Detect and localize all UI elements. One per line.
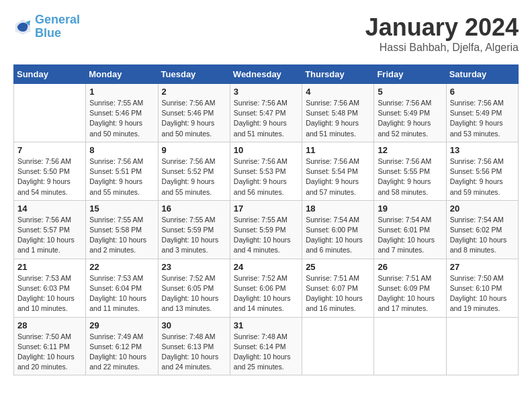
calendar-cell: 19Sunrise: 7:54 AMSunset: 6:01 PMDayligh… — [374, 200, 446, 259]
day-header-saturday: Saturday — [446, 65, 518, 84]
title-block: January 2024 Hassi Bahbah, Djelfa, Alger… — [365, 13, 519, 54]
calendar-cell: 22Sunrise: 7:53 AMSunset: 6:04 PMDayligh… — [86, 259, 158, 317]
day-number: 27 — [450, 262, 515, 272]
day-number: 5 — [378, 87, 442, 97]
day-header-friday: Friday — [374, 65, 446, 84]
day-info: Sunrise: 7:55 AMSunset: 5:58 PMDaylight:… — [89, 215, 154, 256]
calendar-cell: 17Sunrise: 7:55 AMSunset: 5:59 PMDayligh… — [230, 200, 302, 259]
day-number: 14 — [17, 203, 82, 214]
day-number: 21 — [17, 262, 82, 272]
day-number: 23 — [162, 262, 226, 272]
day-info: Sunrise: 7:56 AMSunset: 5:47 PMDaylight:… — [234, 98, 298, 139]
day-info: Sunrise: 7:56 AMSunset: 5:51 PMDaylight:… — [89, 156, 154, 197]
calendar-cell: 23Sunrise: 7:52 AMSunset: 6:05 PMDayligh… — [158, 259, 230, 317]
logo-icon — [13, 17, 32, 36]
day-info: Sunrise: 7:55 AMSunset: 5:46 PMDaylight:… — [89, 98, 154, 139]
calendar-cell: 5Sunrise: 7:56 AMSunset: 5:49 PMDaylight… — [374, 84, 446, 142]
day-header-tuesday: Tuesday — [158, 65, 230, 84]
day-number: 6 — [450, 87, 515, 97]
day-number: 11 — [306, 145, 370, 155]
day-header-monday: Monday — [86, 65, 158, 84]
calendar-cell: 16Sunrise: 7:55 AMSunset: 5:59 PMDayligh… — [158, 200, 230, 259]
day-number: 29 — [89, 320, 154, 330]
page-header: GeneralBlue January 2024 Hassi Bahbah, D… — [13, 13, 519, 54]
logo-text: GeneralBlue — [35, 13, 80, 40]
calendar-cell: 21Sunrise: 7:53 AMSunset: 6:03 PMDayligh… — [14, 259, 86, 317]
day-number: 9 — [162, 145, 226, 155]
day-header-wednesday: Wednesday — [230, 65, 302, 84]
day-info: Sunrise: 7:56 AMSunset: 5:55 PMDaylight:… — [378, 156, 442, 197]
calendar-cell — [374, 317, 446, 375]
day-info: Sunrise: 7:56 AMSunset: 5:48 PMDaylight:… — [306, 98, 370, 139]
day-number: 1 — [89, 87, 154, 97]
day-number: 8 — [89, 145, 154, 155]
calendar-subtitle: Hassi Bahbah, Djelfa, Algeria — [365, 42, 519, 54]
calendar-cell: 20Sunrise: 7:54 AMSunset: 6:02 PMDayligh… — [446, 200, 518, 259]
day-number: 4 — [306, 87, 370, 97]
day-info: Sunrise: 7:56 AMSunset: 5:50 PMDaylight:… — [17, 156, 82, 197]
day-number: 18 — [306, 203, 370, 214]
logo: GeneralBlue — [13, 13, 80, 40]
calendar-cell: 14Sunrise: 7:56 AMSunset: 5:57 PMDayligh… — [14, 200, 86, 259]
calendar-cell: 3Sunrise: 7:56 AMSunset: 5:47 PMDaylight… — [230, 84, 302, 142]
calendar-cell: 29Sunrise: 7:49 AMSunset: 6:12 PMDayligh… — [86, 317, 158, 375]
calendar-cell: 6Sunrise: 7:56 AMSunset: 5:49 PMDaylight… — [446, 84, 518, 142]
day-number: 15 — [89, 203, 154, 214]
calendar-cell: 1Sunrise: 7:55 AMSunset: 5:46 PMDaylight… — [86, 84, 158, 142]
day-info: Sunrise: 7:56 AMSunset: 5:57 PMDaylight:… — [17, 215, 82, 256]
day-number: 22 — [89, 262, 154, 272]
week-row-1: 1Sunrise: 7:55 AMSunset: 5:46 PMDaylight… — [14, 84, 519, 142]
day-info: Sunrise: 7:48 AMSunset: 6:13 PMDaylight:… — [162, 332, 226, 373]
day-info: Sunrise: 7:56 AMSunset: 5:49 PMDaylight:… — [378, 98, 442, 139]
week-row-4: 21Sunrise: 7:53 AMSunset: 6:03 PMDayligh… — [14, 259, 519, 317]
calendar-cell: 2Sunrise: 7:56 AMSunset: 5:46 PMDaylight… — [158, 84, 230, 142]
week-row-3: 14Sunrise: 7:56 AMSunset: 5:57 PMDayligh… — [14, 200, 519, 259]
day-number: 31 — [234, 320, 298, 330]
day-number: 10 — [234, 145, 298, 155]
calendar-cell: 28Sunrise: 7:50 AMSunset: 6:11 PMDayligh… — [14, 317, 86, 375]
day-info: Sunrise: 7:56 AMSunset: 5:52 PMDaylight:… — [162, 156, 226, 197]
day-number: 7 — [17, 145, 82, 155]
day-info: Sunrise: 7:56 AMSunset: 5:56 PMDaylight:… — [450, 156, 515, 197]
day-info: Sunrise: 7:52 AMSunset: 6:05 PMDaylight:… — [162, 273, 226, 314]
day-number: 16 — [162, 203, 226, 214]
calendar-cell: 11Sunrise: 7:56 AMSunset: 5:54 PMDayligh… — [302, 142, 374, 200]
calendar-title: January 2024 — [365, 13, 519, 42]
calendar-cell — [302, 317, 374, 375]
day-number: 26 — [378, 262, 442, 272]
calendar-cell: 12Sunrise: 7:56 AMSunset: 5:55 PMDayligh… — [374, 142, 446, 200]
day-info: Sunrise: 7:52 AMSunset: 6:06 PMDaylight:… — [234, 273, 298, 314]
calendar-cell: 31Sunrise: 7:48 AMSunset: 6:14 PMDayligh… — [230, 317, 302, 375]
day-info: Sunrise: 7:54 AMSunset: 6:02 PMDaylight:… — [450, 215, 515, 256]
calendar-cell: 26Sunrise: 7:51 AMSunset: 6:09 PMDayligh… — [374, 259, 446, 317]
calendar-cell: 18Sunrise: 7:54 AMSunset: 6:00 PMDayligh… — [302, 200, 374, 259]
day-info: Sunrise: 7:55 AMSunset: 5:59 PMDaylight:… — [162, 215, 226, 256]
day-number: 25 — [306, 262, 370, 272]
calendar-cell: 25Sunrise: 7:51 AMSunset: 6:07 PMDayligh… — [302, 259, 374, 317]
day-number: 28 — [17, 320, 82, 330]
week-row-2: 7Sunrise: 7:56 AMSunset: 5:50 PMDaylight… — [14, 142, 519, 200]
week-row-5: 28Sunrise: 7:50 AMSunset: 6:11 PMDayligh… — [14, 317, 519, 375]
day-header-thursday: Thursday — [302, 65, 374, 84]
day-info: Sunrise: 7:56 AMSunset: 5:46 PMDaylight:… — [162, 98, 226, 139]
day-number: 2 — [162, 87, 226, 97]
day-info: Sunrise: 7:53 AMSunset: 6:04 PMDaylight:… — [89, 273, 154, 314]
day-number: 24 — [234, 262, 298, 272]
day-number: 13 — [450, 145, 515, 155]
day-info: Sunrise: 7:54 AMSunset: 6:01 PMDaylight:… — [378, 215, 442, 256]
day-header-sunday: Sunday — [14, 65, 86, 84]
calendar-cell: 13Sunrise: 7:56 AMSunset: 5:56 PMDayligh… — [446, 142, 518, 200]
day-info: Sunrise: 7:49 AMSunset: 6:12 PMDaylight:… — [89, 332, 154, 373]
day-number: 19 — [378, 203, 442, 214]
day-info: Sunrise: 7:56 AMSunset: 5:53 PMDaylight:… — [234, 156, 298, 197]
calendar-cell — [446, 317, 518, 375]
day-info: Sunrise: 7:56 AMSunset: 5:49 PMDaylight:… — [450, 98, 515, 139]
calendar-cell: 7Sunrise: 7:56 AMSunset: 5:50 PMDaylight… — [14, 142, 86, 200]
day-info: Sunrise: 7:51 AMSunset: 6:07 PMDaylight:… — [306, 273, 370, 314]
day-info: Sunrise: 7:55 AMSunset: 5:59 PMDaylight:… — [234, 215, 298, 256]
calendar-cell: 15Sunrise: 7:55 AMSunset: 5:58 PMDayligh… — [86, 200, 158, 259]
days-header-row: SundayMondayTuesdayWednesdayThursdayFrid… — [14, 65, 519, 84]
day-info: Sunrise: 7:50 AMSunset: 6:10 PMDaylight:… — [450, 273, 515, 314]
calendar-cell: 30Sunrise: 7:48 AMSunset: 6:13 PMDayligh… — [158, 317, 230, 375]
calendar-cell — [14, 84, 86, 142]
